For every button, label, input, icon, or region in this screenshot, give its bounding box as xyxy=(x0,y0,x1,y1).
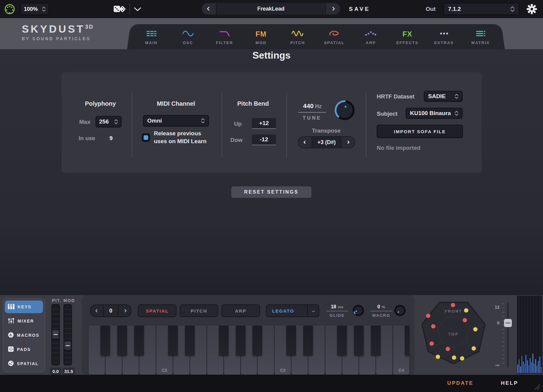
tab-main[interactable]: MAIN xyxy=(133,25,170,49)
mode-button-arp[interactable]: ARP xyxy=(221,304,260,317)
preset-prev-button[interactable] xyxy=(202,3,216,14)
speaker-dot-red[interactable] xyxy=(451,303,455,307)
save-button[interactable]: SAVE xyxy=(349,6,370,12)
speaker-dot-yellow[interactable] xyxy=(452,355,456,360)
mode-button-pitch[interactable]: PITCH xyxy=(180,304,218,317)
zoom-stepper[interactable]: 100% xyxy=(20,3,49,15)
sidebar-item-label: MIXER xyxy=(18,319,34,323)
hrtf-dataset-label: HRTF Dataset xyxy=(377,93,415,100)
black-key[interactable] xyxy=(236,326,245,355)
gear-settings-icon[interactable] xyxy=(526,3,538,15)
pitch-bend-up-label: Up xyxy=(234,120,242,127)
speaker-dot-yellow[interactable] xyxy=(473,327,477,331)
tab-extras[interactable]: EXTRAS xyxy=(426,25,462,49)
speaker-dot-red[interactable] xyxy=(426,314,430,318)
update-button[interactable]: UPDATE xyxy=(447,380,473,386)
transpose-up-button[interactable] xyxy=(341,137,355,148)
tab-mod[interactable]: FMMOD xyxy=(243,25,279,49)
pitch-bend-up-value[interactable]: +12 xyxy=(252,118,276,129)
midi-din-icon[interactable] xyxy=(4,3,15,15)
speaker-dot-red[interactable] xyxy=(430,342,434,346)
tab-arp[interactable]: ARP xyxy=(353,25,389,49)
black-key[interactable] xyxy=(337,326,347,355)
pitch-wheel-handle[interactable] xyxy=(52,330,59,339)
black-key[interactable] xyxy=(168,326,178,355)
tab-label: EFFECTS xyxy=(396,40,418,45)
reset-settings-button[interactable]: RESET SETTINGS xyxy=(231,186,311,198)
mod-wheel-slider[interactable] xyxy=(63,304,72,365)
dice-randomize-icon[interactable] xyxy=(113,4,126,14)
black-key[interactable] xyxy=(405,326,410,355)
meter-scale-inf: -∞ xyxy=(490,363,499,368)
speaker-dot-yellow[interactable] xyxy=(460,356,464,361)
collapse-chevron-icon[interactable] xyxy=(134,7,141,11)
arp-steps-icon xyxy=(365,30,377,38)
macro-knob[interactable] xyxy=(393,304,407,317)
black-key[interactable] xyxy=(371,326,381,355)
max-label: Max xyxy=(79,119,90,125)
black-key[interactable] xyxy=(303,326,313,355)
sidebar-item-keys[interactable]: KEYS xyxy=(5,300,43,313)
black-key[interactable] xyxy=(252,326,262,355)
tab-spatial[interactable]: SPATIAL xyxy=(316,25,353,49)
midi-channel-dropdown[interactable]: Omni xyxy=(143,115,209,127)
transpose-down-button[interactable] xyxy=(298,137,312,148)
help-button[interactable]: HELP xyxy=(501,380,518,386)
panel-divider xyxy=(366,93,366,158)
tab-effects[interactable]: FXEFFECTS xyxy=(389,25,426,49)
output-volume-slider[interactable] xyxy=(507,302,509,368)
speaker-dot-red[interactable] xyxy=(431,324,435,328)
speaker-dot-red[interactable] xyxy=(446,347,450,351)
black-key[interactable] xyxy=(117,326,127,355)
tab-pitch[interactable]: PITCH xyxy=(279,25,316,49)
pitch-bend-down-value[interactable]: -12 xyxy=(252,134,276,145)
level-meter-display xyxy=(517,296,542,374)
black-key[interactable] xyxy=(286,326,296,355)
output-format-dropdown[interactable]: 7.1.2 xyxy=(443,3,519,15)
pitch-wheel-slider[interactable] xyxy=(51,304,60,365)
speaker-dot-yellow[interactable] xyxy=(472,346,476,351)
sidebar-item-spatial[interactable]: SPATIAL xyxy=(5,357,43,370)
output-volume-handle[interactable] xyxy=(504,319,512,327)
glide-knob[interactable] xyxy=(352,304,365,317)
subject-dropdown[interactable]: KU100 Binaura xyxy=(406,108,463,119)
tab-filter[interactable]: FILTER xyxy=(206,25,243,49)
ellipsis-icon xyxy=(440,30,449,38)
tab-matrix[interactable]: MATRIX xyxy=(462,25,499,49)
black-key[interactable] xyxy=(219,326,229,355)
black-key[interactable] xyxy=(185,326,195,355)
black-key[interactable] xyxy=(354,326,364,355)
logo-sup: 3D xyxy=(85,24,93,30)
midi-learn-checkbox[interactable] xyxy=(142,133,150,142)
mode-button-spatial[interactable]: SPATIAL xyxy=(138,304,177,317)
midi-channel-heading: MIDI Channel xyxy=(157,100,195,107)
sidebar-item-label: PADS xyxy=(17,347,31,352)
tab-label: EXTRAS xyxy=(434,40,454,45)
speaker-dot-yellow[interactable] xyxy=(464,308,468,313)
preset-name-field[interactable]: FreakLead xyxy=(216,3,326,14)
speaker-dot-yellow[interactable] xyxy=(436,355,440,359)
tune-knob[interactable] xyxy=(333,98,357,122)
voice-mode-dropdown[interactable]: LEGATO xyxy=(266,304,319,317)
tab-osc[interactable]: OSC xyxy=(170,25,206,49)
octave-up-button[interactable] xyxy=(118,304,132,317)
hrtf-dataset-dropdown[interactable]: SADIE xyxy=(424,91,463,102)
octave-down-button[interactable] xyxy=(90,304,104,317)
out-label: Out xyxy=(426,6,436,12)
sidebar-item-macros[interactable]: AMACROS xyxy=(5,329,43,342)
mod-wheel-handle[interactable] xyxy=(64,342,71,350)
pitch-bend-heading: Pitch Bend xyxy=(237,100,269,107)
logo-subtitle: BY SOUND PARTICLES xyxy=(22,36,94,41)
sidebar-item-pads[interactable]: PADS xyxy=(5,343,43,356)
black-key[interactable] xyxy=(134,326,144,355)
pitch-wave-icon xyxy=(291,30,304,38)
preset-next-button[interactable] xyxy=(326,3,340,14)
subject-label: Subject xyxy=(377,111,398,117)
polyphony-max-stepper[interactable]: 256 xyxy=(96,116,122,127)
import-sofa-button[interactable]: IMPORT SOFA FILE xyxy=(377,125,463,138)
black-key[interactable] xyxy=(100,326,110,355)
stepper-chevrons-icon[interactable] xyxy=(42,7,46,11)
sidebar-item-mixer[interactable]: MIXER xyxy=(5,315,43,327)
speaker-dot-red[interactable] xyxy=(463,318,467,322)
resize-handle[interactable] xyxy=(533,383,541,390)
